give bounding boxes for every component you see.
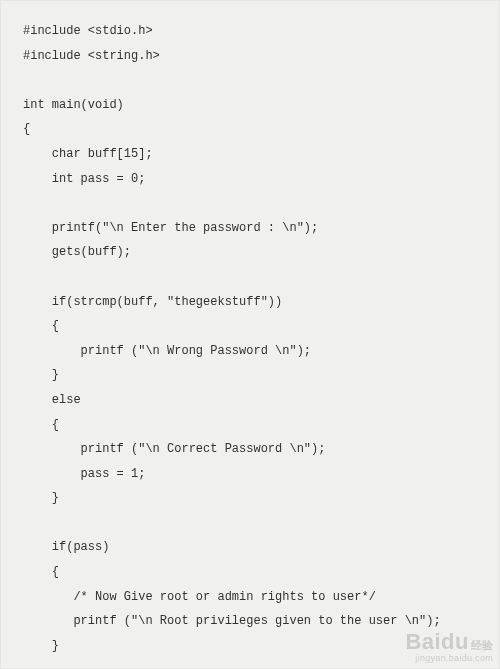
code-block: #include <stdio.h> #include <string.h> i… <box>23 19 477 669</box>
